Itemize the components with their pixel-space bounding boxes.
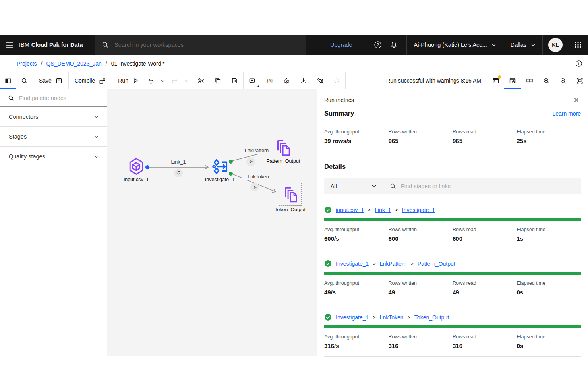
palette-search-input[interactable] bbox=[19, 95, 95, 101]
entry-source-link[interactable]: Investigate_1 bbox=[336, 261, 369, 267]
entry-target-link[interactable]: Pattern_Output bbox=[418, 261, 455, 267]
copy-button[interactable] bbox=[210, 72, 226, 89]
stat-label: Rows written bbox=[389, 280, 453, 286]
notifications-button[interactable] bbox=[386, 35, 402, 55]
path-separator: > bbox=[373, 315, 375, 320]
link-label-pattern[interactable]: LnkPattern bbox=[240, 147, 273, 154]
redo-button-disabled[interactable] bbox=[169, 72, 181, 89]
path-separator: > bbox=[368, 207, 371, 213]
link-label-link1[interactable]: Link_1 bbox=[162, 159, 195, 165]
details-search[interactable] bbox=[383, 178, 581, 194]
node-pattern-output[interactable] bbox=[275, 139, 291, 157]
node-token-output[interactable] bbox=[283, 186, 298, 203]
node-input-csv[interactable] bbox=[127, 157, 145, 176]
region-menu[interactable]: Dallas bbox=[503, 35, 542, 55]
toggle-palette-button[interactable] bbox=[0, 72, 16, 89]
svg-text:?: ? bbox=[377, 43, 379, 47]
details-search-input[interactable] bbox=[401, 183, 544, 189]
global-search[interactable] bbox=[95, 35, 306, 55]
flow-info-button[interactable] bbox=[574, 59, 583, 68]
node-investigate[interactable] bbox=[211, 158, 229, 176]
stat-label: Rows read bbox=[453, 334, 517, 340]
details-filter-dropdown[interactable]: All bbox=[324, 178, 383, 194]
lineage-button[interactable] bbox=[312, 72, 329, 89]
user-avatar[interactable]: KL bbox=[548, 38, 563, 52]
search-canvas-button[interactable] bbox=[16, 72, 33, 89]
settings-button[interactable] bbox=[279, 72, 295, 89]
breadcrumb: Projects / QS_DEMO_2023_Jan / 01-Investi… bbox=[0, 55, 588, 72]
refresh-button-disabled[interactable] bbox=[329, 72, 345, 89]
entry-rows-written-value: 49 bbox=[389, 289, 453, 295]
panel-divider bbox=[324, 154, 581, 154]
chevron-down-icon bbox=[94, 155, 99, 158]
entry-link-link[interactable]: LnkPattern bbox=[380, 261, 407, 267]
run-metrics-button[interactable] bbox=[504, 72, 521, 89]
compile-button[interactable]: Compile bbox=[69, 72, 112, 89]
zoom-in-button[interactable] bbox=[538, 72, 555, 89]
zoom-fit-button[interactable] bbox=[571, 72, 588, 89]
search-icon bbox=[21, 77, 28, 84]
lineage-icon bbox=[317, 77, 323, 84]
download-button[interactable] bbox=[295, 72, 312, 89]
view-log-button[interactable] bbox=[487, 72, 504, 89]
entry-link-link[interactable]: Link_1 bbox=[375, 207, 391, 213]
help-button[interactable]: ? bbox=[370, 35, 386, 55]
node-token-output-selection[interactable] bbox=[279, 183, 302, 206]
refresh-icon bbox=[333, 77, 340, 84]
palette-search[interactable] bbox=[0, 89, 107, 107]
stat-label: Avg. throughput bbox=[324, 334, 389, 340]
palette-section-quality-stages[interactable]: Quality stages bbox=[0, 147, 107, 166]
upgrade-link[interactable]: Upgrade bbox=[330, 42, 352, 48]
palette-section-stages[interactable]: Stages bbox=[0, 127, 107, 147]
cut-button[interactable] bbox=[193, 72, 210, 89]
run-button[interactable]: Run bbox=[112, 72, 145, 89]
success-check-icon bbox=[324, 260, 332, 267]
entry-target-link[interactable]: Investigate_1 bbox=[402, 207, 435, 213]
zoom-out-button[interactable] bbox=[555, 72, 571, 89]
success-check-icon bbox=[324, 206, 332, 214]
link1-refresh-badge[interactable] bbox=[174, 168, 183, 177]
node-label-token-output: Token_Output bbox=[268, 207, 312, 212]
hamburger-menu-button[interactable] bbox=[0, 35, 19, 55]
palette-section-label: Stages bbox=[9, 133, 27, 140]
breadcrumb-projects-link[interactable]: Projects bbox=[17, 60, 37, 67]
redo-menu-button-disabled[interactable] bbox=[181, 72, 193, 89]
link-label-token[interactable]: LnkToken bbox=[242, 174, 275, 180]
entry-link-link[interactable]: LnkToken bbox=[380, 314, 404, 321]
save-button[interactable]: Save bbox=[33, 72, 68, 89]
learn-more-link[interactable]: Learn more bbox=[552, 110, 581, 117]
add-comment-button[interactable] bbox=[244, 72, 261, 89]
output-port-input-csv[interactable] bbox=[145, 165, 149, 169]
global-search-input[interactable] bbox=[114, 42, 265, 48]
entry-source-link[interactable]: input.csv_1 bbox=[336, 207, 364, 213]
auto-arrange-button[interactable] bbox=[521, 72, 538, 89]
scissors-icon bbox=[198, 77, 205, 84]
undo-menu-button[interactable] bbox=[157, 72, 169, 89]
save-icon bbox=[56, 77, 62, 84]
entry-rows-read-value: 600 bbox=[453, 235, 517, 242]
palette-section-connectors[interactable]: Connectors bbox=[0, 107, 107, 127]
breadcrumb-current-flow: 01-Investigate-Word * bbox=[111, 60, 165, 67]
close-panel-button[interactable] bbox=[572, 96, 581, 104]
output-port-investigate-token[interactable] bbox=[229, 172, 233, 176]
entry-progress-bar bbox=[324, 325, 581, 328]
app-window: IBM Cloud Pak for Data Upgrade ? bbox=[0, 0, 588, 392]
stat-label: Elapsed time bbox=[517, 129, 581, 135]
output-port-investigate-pattern[interactable] bbox=[229, 160, 233, 164]
flow-canvas[interactable]: input.csv_1 Link_1 Investigate_1 LnkPatt… bbox=[107, 89, 317, 356]
lnktoken-sort-badge[interactable] bbox=[250, 183, 259, 191]
breadcrumb-folder-link[interactable]: QS_DEMO_2023_Jan bbox=[46, 60, 101, 67]
zoom-in-icon bbox=[543, 77, 550, 84]
details-heading: Details bbox=[324, 163, 581, 170]
parameters-button[interactable]: {#} bbox=[261, 72, 279, 89]
undo-button[interactable] bbox=[145, 72, 157, 89]
account-menu[interactable]: Ai-Phuong (Katie) Le's Acc... bbox=[407, 35, 503, 55]
lnkpattern-sort-badge[interactable] bbox=[246, 157, 255, 166]
paste-button[interactable] bbox=[226, 72, 243, 89]
app-switcher-button[interactable] bbox=[568, 35, 588, 55]
summary-rows-read-value: 965 bbox=[453, 137, 517, 144]
entry-throughput-value: 49/s bbox=[324, 289, 389, 295]
stat-label: Rows read bbox=[453, 280, 517, 286]
entry-source-link[interactable]: Investigate_1 bbox=[336, 314, 369, 321]
entry-target-link[interactable]: Token_Output bbox=[414, 314, 449, 321]
